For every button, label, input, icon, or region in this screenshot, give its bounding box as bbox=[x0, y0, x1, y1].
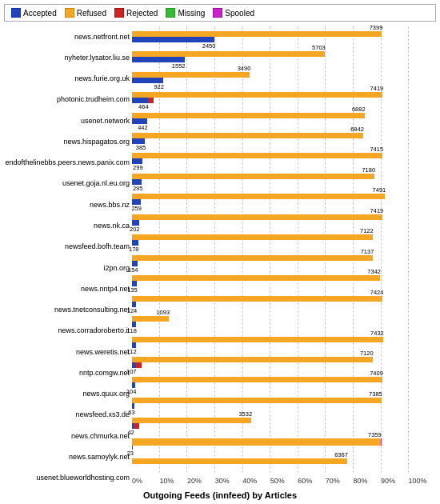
refused-bar: 118 bbox=[132, 322, 136, 327]
accepted-bar: 7342 bbox=[132, 275, 380, 281]
bar-row: 6367 bbox=[132, 454, 436, 474]
bar-wrapper: 353242 bbox=[132, 418, 436, 429]
accepted-bar: 7385 bbox=[132, 398, 382, 403]
refused-count: 385 bbox=[136, 144, 146, 151]
spooled-bar bbox=[381, 438, 382, 446]
bar-wrapper: 7342135 bbox=[132, 275, 436, 286]
bar-wrapper: 6367 bbox=[132, 458, 436, 470]
accepted-bar: 6367 bbox=[132, 458, 347, 464]
refused-count: 104 bbox=[126, 388, 137, 395]
legend-item-missing: Missing bbox=[166, 8, 205, 18]
legend-item-refused: Refused bbox=[65, 8, 106, 18]
refused-bar: 295 bbox=[132, 179, 142, 185]
refused-bar: 107 bbox=[132, 362, 136, 368]
bar-row: 7409104 bbox=[132, 373, 436, 393]
accepted-count: 6367 bbox=[334, 451, 348, 458]
refused-count: 299 bbox=[133, 164, 143, 171]
accepted-count: 7399 bbox=[370, 24, 383, 31]
refused-count: 63 bbox=[128, 409, 134, 416]
x-axis-label: 80% bbox=[353, 474, 381, 489]
y-label: photonic.trudheim.com bbox=[4, 96, 130, 103]
accepted-count: 7359 bbox=[368, 431, 382, 438]
accepted-bar: 3532 bbox=[132, 418, 251, 423]
bar-wrapper: 7137154 bbox=[132, 255, 436, 266]
bar-row: 6882442 bbox=[132, 108, 436, 128]
refused-count: 922 bbox=[154, 83, 164, 90]
accepted-bar: 7419 bbox=[132, 214, 382, 220]
refused-count: 124 bbox=[127, 307, 138, 314]
refused-bar: 2450 bbox=[132, 37, 214, 42]
bar-row: 7122178 bbox=[132, 230, 436, 250]
y-label: nntp.comgw.net bbox=[4, 370, 130, 377]
bar-row: 1093118 bbox=[132, 311, 436, 331]
y-label: news.nk.ca bbox=[4, 222, 130, 230]
refused-bar: 154 bbox=[132, 261, 138, 266]
y-label: news.nntp4.net bbox=[4, 286, 130, 293]
y-label: news.corradoroberto.it bbox=[4, 327, 130, 334]
chart-area: news.netfront.netnyheter.lysator.liu.sen… bbox=[4, 26, 436, 489]
refused-bar: 104 bbox=[132, 382, 135, 388]
accepted-count: 6882 bbox=[352, 106, 366, 113]
y-label: news.hispagatos.org bbox=[4, 138, 130, 146]
x-axis-label: 100% bbox=[408, 474, 436, 489]
y-label: news.furie.org.uk bbox=[4, 75, 130, 82]
accepted-bar: 7432 bbox=[132, 337, 383, 342]
bar-wrapper: 7415299 bbox=[132, 153, 436, 164]
accepted-count: 7385 bbox=[369, 390, 382, 398]
legend-color-missing bbox=[166, 8, 175, 18]
legend-item-spooled: Spooled bbox=[213, 8, 254, 18]
x-axis-label: 50% bbox=[270, 474, 298, 489]
y-label: endofthelinebbs.peers.news.panix.com bbox=[4, 159, 130, 166]
accepted-count: 7419 bbox=[370, 207, 384, 214]
bar-wrapper: 73992450 bbox=[132, 31, 436, 42]
y-label: newsfeed.xs3.de bbox=[4, 411, 130, 418]
x-axis-labels: 0%10%20%30%40%50%60%70%80%90%100% bbox=[132, 474, 436, 489]
refused-count: 178 bbox=[129, 246, 139, 253]
bar-wrapper: 7409104 bbox=[132, 377, 436, 388]
bar-row: 7137154 bbox=[132, 250, 436, 270]
refused-count: 112 bbox=[126, 348, 137, 355]
accepted-count: 7424 bbox=[370, 289, 384, 296]
bar-wrapper: 6882442 bbox=[132, 113, 436, 124]
accepted-count: 7342 bbox=[367, 268, 381, 275]
refused-bar: 464 bbox=[132, 98, 148, 103]
refused-bar: 178 bbox=[132, 240, 138, 246]
y-label: nyheter.lysator.liu.se bbox=[4, 54, 130, 62]
x-axis-label: 60% bbox=[298, 474, 326, 489]
refused-bar: 42 bbox=[132, 423, 134, 429]
y-label: usenet.blueworldhosting.com bbox=[4, 474, 130, 482]
x-axis-label: 90% bbox=[381, 474, 409, 489]
accepted-count: 5703 bbox=[312, 44, 326, 51]
accepted-bar: 5703 bbox=[132, 51, 325, 57]
accepted-bar: 7415 bbox=[132, 153, 382, 158]
refused-count: 42 bbox=[127, 429, 134, 436]
refused-count: 135 bbox=[127, 286, 138, 294]
refused-bar: 1552 bbox=[132, 57, 185, 62]
bar-row: 738563 bbox=[132, 393, 436, 413]
accepted-bar: 7122 bbox=[132, 234, 373, 240]
refused-count: 2450 bbox=[202, 42, 216, 50]
accepted-count: 7409 bbox=[370, 370, 383, 377]
bar-row: 7491259 bbox=[132, 190, 436, 210]
refused-bar: 63 bbox=[132, 403, 134, 409]
rejected-bar bbox=[136, 362, 142, 368]
accepted-count: 3532 bbox=[238, 410, 252, 418]
bar-wrapper: 7122178 bbox=[132, 234, 436, 246]
accepted-count: 7491 bbox=[373, 186, 386, 194]
refused-bar: 299 bbox=[132, 158, 142, 164]
legend-item-accepted: Accepted bbox=[11, 8, 57, 18]
bar-row: 7424124 bbox=[132, 291, 436, 311]
bar-wrapper: 7180295 bbox=[132, 174, 436, 185]
y-label: news.bbs.nz bbox=[4, 202, 130, 209]
legend-color-refused bbox=[65, 8, 74, 18]
bar-row: 7342135 bbox=[132, 270, 436, 290]
y-label: newsfeed.bofh.team bbox=[4, 243, 130, 250]
accepted-count: 7122 bbox=[360, 227, 374, 234]
bar-row: 735923 bbox=[132, 434, 436, 454]
accepted-bar: 7409 bbox=[132, 377, 382, 382]
accepted-bar: 7399 bbox=[132, 31, 382, 37]
bar-wrapper: 7432112 bbox=[132, 337, 436, 348]
bar-wrapper: 7424124 bbox=[132, 296, 436, 307]
accepted-count: 1093 bbox=[156, 309, 170, 316]
accepted-bar: 7137 bbox=[132, 255, 373, 261]
